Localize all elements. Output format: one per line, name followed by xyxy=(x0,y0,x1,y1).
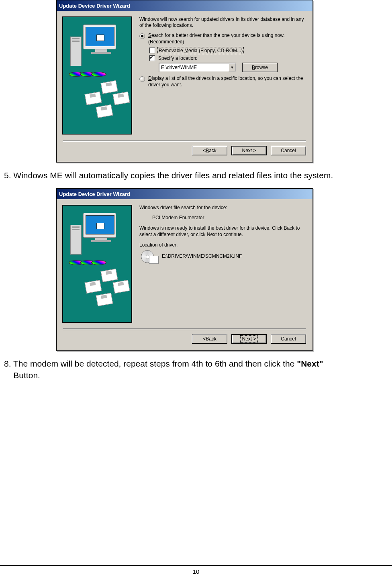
intro-text-1: Windows will now search for updated driv… xyxy=(139,16,306,29)
button-row-1: < Back Next > Cancel xyxy=(57,146,312,162)
checkbox-icon xyxy=(149,47,155,53)
title-text-1: Update Device Driver Wizard xyxy=(59,3,130,9)
next-button[interactable]: Next > xyxy=(231,146,267,155)
separator xyxy=(63,140,306,142)
radio-display-list[interactable]: Display a list of all the drivers in a s… xyxy=(139,75,306,88)
cd-icon xyxy=(141,250,158,263)
document-page: Update Device Driver Wizard xyxy=(0,0,392,587)
location-path: E:\driver\WINME xyxy=(159,65,229,70)
radio-icon xyxy=(139,33,145,39)
checkbox-icon xyxy=(149,55,155,61)
separator xyxy=(63,328,306,330)
page-footer: 10 xyxy=(0,565,392,575)
dialog-1-wrap: Update Device Driver Wizard xyxy=(56,0,313,163)
back-button[interactable]: < Back xyxy=(192,146,227,155)
check-label: Removable Media (Floppy, CD-ROM...) xyxy=(158,48,243,53)
radio-search-better[interactable]: Search for a better driver than the one … xyxy=(139,33,306,45)
radio-icon xyxy=(139,76,145,82)
ready-text: Windows is now ready to install the best… xyxy=(139,225,306,238)
device-name: PCI Modem Enumerator xyxy=(152,215,306,220)
dialog-content-1: Windows will now search for updated driv… xyxy=(132,16,306,135)
location-row: E:\driver\WINME ▼ Browse xyxy=(159,63,306,72)
instruction-5: 5. Windows ME will automatically copies … xyxy=(4,170,388,181)
check-specify-location[interactable]: Specify a location: xyxy=(149,55,306,61)
back-button[interactable]: < Back xyxy=(192,334,227,344)
chevron-down-icon[interactable]: ▼ xyxy=(229,63,236,71)
cancel-button[interactable]: Cancel xyxy=(271,146,306,155)
titlebar-1: Update Device Driver Wizard xyxy=(57,0,312,11)
radio-label: Display a list of all the drivers in a s… xyxy=(148,75,306,88)
browse-button[interactable]: Browse xyxy=(242,63,278,72)
page-number: 10 xyxy=(193,568,200,575)
check-removable-media[interactable]: Removable Media (Floppy, CD-ROM...) xyxy=(149,47,306,53)
dialog-body-2: Windows driver file search for the devic… xyxy=(57,199,312,325)
location-dropdown[interactable]: E:\driver\WINME ▼ xyxy=(159,63,237,72)
wizard-image-1 xyxy=(62,16,132,135)
titlebar-2: Update Device Driver Wizard xyxy=(57,189,312,199)
dialog-2: Update Device Driver Wizard xyxy=(56,188,313,351)
wizard-image-2 xyxy=(62,205,132,323)
dialog-content-2: Windows driver file search for the devic… xyxy=(132,205,306,323)
dialog-1: Update Device Driver Wizard xyxy=(56,0,313,163)
driver-path: E:\DRIVER\WINME\SCMNCM2K.INF xyxy=(162,253,266,260)
instruction-8: 8. The modem will be detected, repeat st… xyxy=(4,358,388,381)
button-row-2: < Back Next > Cancel xyxy=(57,334,312,350)
dialog-2-wrap: Update Device Driver Wizard xyxy=(56,188,313,351)
check-label: Specify a location: xyxy=(158,55,197,61)
radio-label: Search for a better driver than the one … xyxy=(148,33,306,45)
driver-path-row: E:\DRIVER\WINME\SCMNCM2K.INF xyxy=(141,250,306,263)
title-text-2: Update Device Driver Wizard xyxy=(59,191,130,197)
search-text: Windows driver file search for the devic… xyxy=(139,205,306,211)
dialog-body-1: Windows will now search for updated driv… xyxy=(57,11,312,137)
sub-options: Removable Media (Floppy, CD-ROM...) Spec… xyxy=(149,47,306,72)
next-button[interactable]: Next > xyxy=(231,334,267,344)
cancel-button[interactable]: Cancel xyxy=(271,334,306,344)
location-label: Location of driver: xyxy=(139,242,306,248)
